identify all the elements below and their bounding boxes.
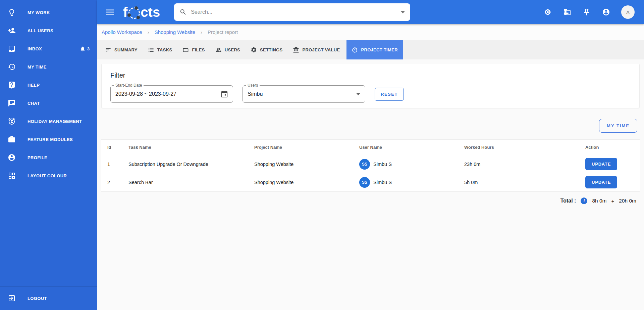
sidebar-item-label: PROFILE <box>28 155 47 160</box>
sidebar-item-label: LOGOUT <box>28 296 47 301</box>
folder-icon <box>182 47 189 53</box>
chat-icon <box>7 99 16 107</box>
cell-task-name: Search Bar <box>128 180 254 185</box>
total-extra-hours: 20h 0m <box>619 198 636 204</box>
sidebar-item-label: CHAT <box>28 101 40 106</box>
inbox-notification-badge[interactable]: 3 <box>80 46 90 52</box>
breadcrumb-workspace[interactable]: Apollo Workspace <box>102 29 142 35</box>
tab-label: PROJECT TIMER <box>361 47 397 52</box>
grid-icon <box>7 171 16 180</box>
sidebar-item-all-users[interactable]: ALL USERS <box>0 21 97 40</box>
tab-label: SETTINGS <box>260 47 282 52</box>
sidebar: MY WORK ALL USERS INBOX 3 <box>0 0 97 310</box>
sidebar-item-chat[interactable]: CHAT <box>0 94 97 112</box>
sidebar-item-my-work[interactable]: MY WORK <box>0 3 97 21</box>
tab-label: PROJECT VALUE <box>302 47 340 52</box>
total-plus-sign: + <box>611 198 614 204</box>
search-dropdown-caret-icon[interactable] <box>401 11 405 13</box>
search-input[interactable] <box>191 9 401 15</box>
person-add-icon <box>7 26 16 35</box>
tab-settings[interactable]: SETTINGS <box>247 40 286 59</box>
sidebar-item-label: MY WORK <box>28 10 50 15</box>
reset-button[interactable]: RESET <box>375 88 404 101</box>
tab-summary[interactable]: SUMMARY <box>101 40 141 59</box>
account-icon[interactable] <box>602 8 610 16</box>
sort-lines-icon <box>105 47 111 53</box>
topbar: f cts <box>97 0 644 24</box>
update-button[interactable]: UPDATE <box>585 158 617 170</box>
users-select-field[interactable]: Users Simbu <box>243 85 365 103</box>
cell-task-name: Subscription Upgrade Or Downgrade <box>128 162 254 167</box>
content-area: Filter Start-End Date 2023-09-28 ~ 2023-… <box>97 59 644 310</box>
sidebar-item-label: LAYOUT COLOUR <box>28 173 67 178</box>
logo-text-suffix: cts <box>141 5 160 20</box>
total-normal-hours: 8h 0m <box>592 198 606 204</box>
my-time-button[interactable]: MY TIME <box>599 119 637 133</box>
sidebar-item-layout-colour[interactable]: LAYOUT COLOUR <box>0 167 97 185</box>
tab-project-timer[interactable]: PROJECT TIMER <box>346 40 402 59</box>
sidebar-item-feature-modules[interactable]: FEATURE MODULES <box>0 130 97 148</box>
user-avatar[interactable]: A <box>621 5 635 19</box>
lightbulb-icon <box>7 8 16 17</box>
logo-orbit-icon <box>128 7 140 19</box>
calendar-icon[interactable] <box>221 90 228 98</box>
tab-files[interactable]: FILES <box>179 40 208 59</box>
list-icon <box>148 47 154 53</box>
history-icon <box>7 62 16 71</box>
col-header-worked-hours: Worked Hours <box>464 145 585 150</box>
sidebar-item-profile[interactable]: PROFILE <box>0 148 97 167</box>
app-logo[interactable]: f cts <box>123 5 160 20</box>
breadcrumb: Apollo Workspace › Shopping Website › Pr… <box>97 24 644 40</box>
dropdown-caret-icon <box>356 93 360 95</box>
breadcrumb-project[interactable]: Shopping Website <box>155 29 195 35</box>
topbar-actions: A <box>543 5 635 19</box>
tab-label: FILES <box>192 47 205 52</box>
sidebar-item-label: MY TIME <box>28 64 47 70</box>
sidebar-item-holiday-management[interactable]: HOLIDAY MANAGEMENT <box>0 112 97 130</box>
account-circle-icon <box>7 153 16 162</box>
avatar-initial: A <box>626 9 630 15</box>
tab-label: TASKS <box>157 47 172 52</box>
chevron-right-icon: › <box>201 29 202 35</box>
total-label: Total : <box>560 198 576 204</box>
search-icon <box>179 8 187 16</box>
cell-project-name: Shopping Website <box>254 162 359 167</box>
update-button[interactable]: UPDATE <box>585 176 617 188</box>
date-range-label: Start-End Date <box>114 83 144 88</box>
info-icon[interactable]: i <box>581 197 587 204</box>
hamburger-menu-icon[interactable] <box>104 6 116 18</box>
people-icon <box>215 47 222 53</box>
sidebar-item-logout[interactable]: LOGOUT <box>0 286 97 310</box>
tab-users[interactable]: USERS <box>212 40 244 59</box>
tab-project-value[interactable]: PROJECT VALUE <box>289 40 343 59</box>
col-header-user-name: User Name <box>359 145 464 150</box>
cell-id: 1 <box>107 162 128 167</box>
filter-title: Filter <box>110 72 631 79</box>
col-header-project-name: Project Name <box>254 145 359 150</box>
company-icon[interactable] <box>563 8 572 16</box>
users-select-value: Simbu <box>248 91 263 97</box>
cell-user-name: Simbu S <box>373 180 392 185</box>
pin-icon[interactable] <box>582 8 591 16</box>
sidebar-nav: MY WORK ALL USERS INBOX 3 <box>0 0 97 185</box>
inbox-icon <box>7 44 16 53</box>
chevron-right-icon: › <box>148 29 149 35</box>
global-search[interactable] <box>174 3 410 21</box>
users-select-label: Users <box>246 83 260 88</box>
sidebar-item-my-time[interactable]: MY TIME <box>0 58 97 76</box>
cell-project-name: Shopping Website <box>254 180 359 185</box>
table-row: 1 Subscription Upgrade Or Downgrade Shop… <box>101 155 640 173</box>
bank-icon <box>293 47 299 53</box>
tab-tasks[interactable]: TASKS <box>144 40 176 59</box>
app-root: MY WORK ALL USERS INBOX 3 <box>0 0 644 310</box>
settings-icon[interactable] <box>543 8 552 16</box>
cell-worked-hours: 5h 0m <box>464 180 585 185</box>
sidebar-item-help[interactable]: HELP <box>0 76 97 94</box>
sidebar-item-label: HOLIDAY MANAGEMENT <box>28 119 82 124</box>
cell-id: 2 <box>107 180 128 185</box>
main-column: f cts <box>97 0 644 310</box>
sidebar-item-inbox[interactable]: INBOX 3 <box>0 40 97 58</box>
inbox-badge-count: 3 <box>87 46 90 51</box>
table-row: 2 Search Bar Shopping Website SS Simbu S… <box>101 173 640 191</box>
date-range-field[interactable]: Start-End Date 2023-09-28 ~ 2023-09-27 <box>110 85 233 103</box>
